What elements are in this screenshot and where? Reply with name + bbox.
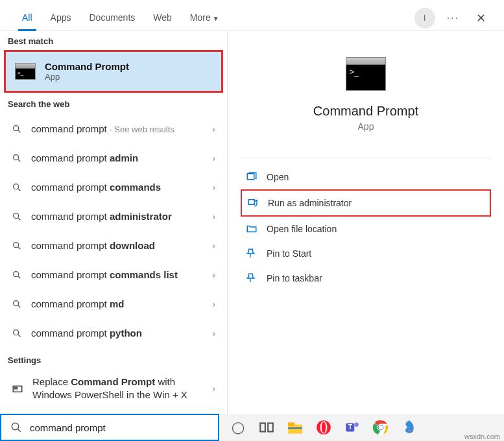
svg-point-15 bbox=[12, 423, 19, 430]
web-result[interactable]: command prompt python› bbox=[0, 318, 227, 348]
svg-rect-19 bbox=[288, 422, 294, 425]
action-run-as-administrator[interactable]: Run as administrator bbox=[241, 189, 491, 217]
svg-point-1 bbox=[14, 154, 19, 160]
close-icon[interactable]: ✕ bbox=[471, 8, 491, 28]
web-result-text: command prompt administrator bbox=[31, 211, 203, 222]
web-result-text: command prompt - See web results bbox=[31, 123, 203, 134]
opera-icon[interactable] bbox=[315, 419, 332, 436]
web-result[interactable]: command prompt commands list› bbox=[0, 260, 227, 289]
search-icon bbox=[12, 124, 22, 134]
web-result[interactable]: command prompt administrator› bbox=[0, 202, 227, 231]
search-icon bbox=[12, 153, 22, 163]
svg-point-23 bbox=[322, 422, 326, 433]
action-pin-to-start[interactable]: Pin to Start bbox=[241, 241, 491, 266]
paint-icon[interactable] bbox=[401, 419, 418, 436]
web-result-text: command prompt commands bbox=[31, 182, 203, 193]
svg-rect-13 bbox=[247, 174, 254, 180]
preview-title: Command Prompt bbox=[241, 104, 491, 119]
web-result-text: command prompt download bbox=[31, 240, 203, 251]
web-result-text: command prompt python bbox=[31, 328, 203, 339]
teams-icon[interactable]: T bbox=[344, 419, 361, 436]
svg-point-2 bbox=[14, 184, 19, 189]
tab-all[interactable]: All bbox=[13, 6, 42, 30]
chevron-right-icon: › bbox=[212, 383, 215, 394]
web-result-text: command prompt admin bbox=[31, 152, 203, 163]
file-explorer-icon[interactable] bbox=[287, 419, 304, 436]
svg-point-3 bbox=[14, 213, 19, 218]
settings-item-icon bbox=[12, 383, 23, 394]
preview-type: App bbox=[241, 121, 491, 132]
section-search-web: Search the web bbox=[0, 94, 227, 112]
action-pin-to-taskbar[interactable]: Pin to taskbar bbox=[241, 266, 491, 291]
chevron-right-icon: › bbox=[212, 299, 215, 309]
chevron-right-icon: › bbox=[212, 182, 215, 193]
chevron-right-icon: › bbox=[212, 153, 215, 163]
pin-start-icon bbox=[246, 248, 258, 259]
chevron-right-icon: › bbox=[212, 270, 215, 280]
svg-text:T: T bbox=[348, 423, 352, 431]
search-icon bbox=[12, 182, 22, 193]
action-open-file-location[interactable]: Open file location bbox=[241, 217, 491, 241]
taskbar: ◯ T bbox=[221, 414, 504, 441]
svg-point-0 bbox=[14, 125, 19, 130]
tab-apps[interactable]: Apps bbox=[42, 6, 80, 30]
search-input[interactable] bbox=[30, 422, 209, 433]
svg-point-6 bbox=[14, 300, 19, 305]
search-tabs: All Apps Documents Web More▼ I ··· ✕ bbox=[0, 0, 504, 31]
svg-rect-16 bbox=[260, 423, 265, 432]
web-result-text: command prompt md bbox=[31, 298, 203, 309]
search-input-bar[interactable] bbox=[0, 414, 219, 441]
more-options-icon[interactable]: ··· bbox=[442, 10, 464, 27]
chevron-right-icon: › bbox=[212, 241, 215, 251]
svg-point-4 bbox=[14, 242, 19, 247]
svg-point-7 bbox=[14, 329, 19, 335]
svg-rect-9 bbox=[15, 387, 18, 388]
pin-taskbar-icon bbox=[246, 272, 258, 284]
chrome-icon[interactable] bbox=[372, 419, 389, 436]
shield-admin-icon bbox=[247, 197, 259, 209]
best-match-highlight: Command Prompt App bbox=[4, 50, 223, 93]
tab-documents[interactable]: Documents bbox=[80, 6, 144, 30]
svg-rect-17 bbox=[268, 423, 273, 432]
task-view-icon[interactable] bbox=[258, 419, 275, 436]
web-result[interactable]: command prompt download› bbox=[0, 231, 227, 260]
settings-item[interactable]: Replace Command Prompt with Windows Powe… bbox=[0, 368, 227, 409]
best-match-result[interactable]: Command Prompt App bbox=[6, 52, 221, 91]
svg-point-5 bbox=[14, 271, 19, 276]
web-result[interactable]: command prompt admin› bbox=[0, 143, 227, 173]
command-prompt-icon bbox=[15, 63, 36, 80]
chevron-right-icon: › bbox=[212, 124, 215, 134]
tab-web[interactable]: Web bbox=[144, 6, 181, 30]
search-icon bbox=[10, 422, 22, 433]
settings-item-text: Replace Command Prompt with Windows Powe… bbox=[32, 375, 203, 401]
web-result[interactable]: command prompt - See web results› bbox=[0, 114, 227, 143]
user-avatar[interactable]: I bbox=[414, 8, 435, 29]
web-result[interactable]: command prompt commands› bbox=[0, 173, 227, 202]
web-results-list: command prompt - See web results›command… bbox=[0, 112, 227, 350]
cortana-icon[interactable]: ◯ bbox=[230, 419, 246, 436]
section-settings: Settings bbox=[0, 350, 227, 368]
web-result-text: command prompt commands list bbox=[31, 269, 203, 280]
search-icon bbox=[12, 241, 22, 251]
web-result[interactable]: command prompt md› bbox=[0, 289, 227, 318]
watermark: wsxdn.com bbox=[464, 433, 500, 440]
search-icon bbox=[12, 328, 22, 339]
results-panel: Best match Command Prompt App Search the… bbox=[0, 31, 227, 414]
action-open[interactable]: Open bbox=[241, 165, 491, 189]
best-match-title: Command Prompt bbox=[45, 61, 129, 72]
svg-rect-14 bbox=[248, 200, 254, 205]
tab-more[interactable]: More▼ bbox=[181, 6, 228, 30]
chevron-right-icon: › bbox=[212, 328, 215, 339]
search-icon bbox=[12, 299, 22, 309]
open-icon bbox=[246, 171, 258, 183]
svg-point-29 bbox=[379, 425, 383, 430]
chevron-down-icon: ▼ bbox=[213, 15, 219, 22]
svg-point-26 bbox=[354, 422, 359, 427]
svg-rect-20 bbox=[288, 427, 302, 429]
folder-location-icon bbox=[246, 223, 258, 235]
search-icon bbox=[12, 270, 22, 280]
best-match-subtitle: App bbox=[45, 72, 129, 82]
chevron-right-icon: › bbox=[212, 211, 215, 222]
settings-item[interactable]: Manage app execution aliases› bbox=[0, 409, 227, 414]
section-best-match: Best match bbox=[0, 31, 227, 49]
